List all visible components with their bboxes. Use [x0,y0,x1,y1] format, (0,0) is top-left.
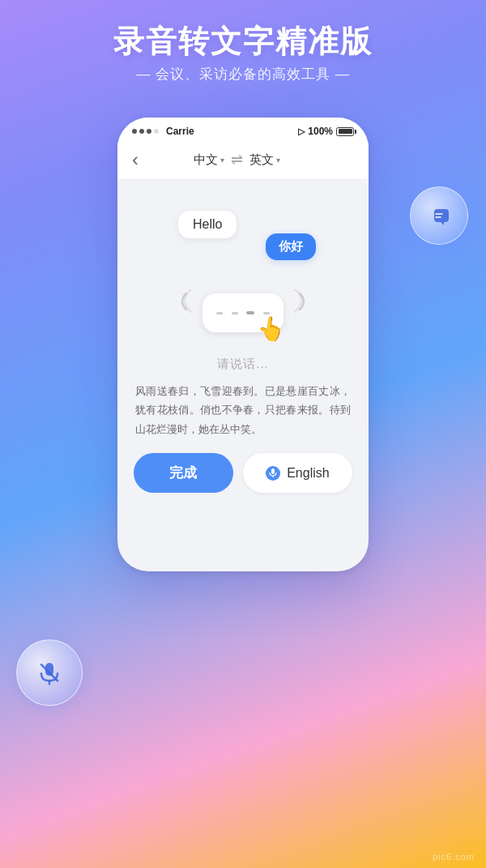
phone-frame-wrapper: Carrie ▷ 100% ‹ 中文 ▾ ⇌ 英文 ▾ [117,118,369,571]
transcript-text: 风雨送春归，飞雪迎春到。已是悬崖百丈冰，犹有花枝俏。俏也不争春，只把春来报。待到… [132,382,354,438]
mic-bar-3 [246,311,254,314]
watermark: pic6.com [433,852,475,862]
bubble-top-right[interactable] [410,186,468,245]
cursor-hand-icon: 👆 [254,313,287,344]
target-lang-arrow: ▾ [276,156,280,165]
status-bar: Carrie ▷ 100% [117,118,369,142]
header-section: 录音转文字精准版 — 会议、采访必备的高效工具 — [0,0,486,92]
carrier-name: Carrie [166,126,194,137]
sub-title: — 会议、采访必备的高效工具 — [0,65,486,83]
phone-frame: Carrie ▷ 100% ‹ 中文 ▾ ⇌ 英文 ▾ [117,118,369,571]
mic-bar-2 [232,312,238,314]
done-button[interactable]: 完成 [134,453,233,493]
nihao-bubble: 你好 [266,233,316,260]
target-lang-label: 英文 [249,152,274,168]
translation-illustration: Hello 你好 [162,211,324,340]
english-label: English [287,466,329,481]
source-lang[interactable]: 中文 ▾ [194,152,224,168]
status-left: Carrie [132,126,194,137]
dot-1 [132,129,137,134]
main-title: 录音转文字精准版 [0,24,486,60]
mic-small-icon [266,466,280,481]
wave-left [162,289,193,320]
battery-fill [339,129,352,134]
hello-bubble: Hello [178,211,237,238]
dot-2 [139,129,144,134]
phone-content: Hello 你好 [117,180,369,537]
signal-icon: ▷ [298,126,305,137]
back-button[interactable]: ‹ [132,148,139,171]
language-selector: 中文 ▾ ⇌ 英文 ▾ [194,151,280,169]
bottom-buttons: 完成 English [132,453,354,493]
target-lang[interactable]: 英文 ▾ [249,152,280,168]
bubble-bottom-left[interactable] [16,639,83,706]
status-text: 请说话... [217,357,269,372]
mic-bar-1 [216,312,223,314]
battery-label: 100% [308,126,333,137]
wave-right [293,289,324,320]
status-right: ▷ 100% [298,126,354,137]
svg-rect-3 [271,468,275,474]
battery-icon [336,127,354,136]
source-lang-arrow: ▾ [220,156,224,165]
source-lang-label: 中文 [194,152,218,168]
dot-3 [147,129,151,134]
swap-icon[interactable]: ⇌ [231,151,243,169]
nav-bar: ‹ 中文 ▾ ⇌ 英文 ▾ [117,142,369,180]
english-button[interactable]: English [243,453,352,493]
signal-dots [132,129,159,134]
dot-4 [154,129,159,134]
